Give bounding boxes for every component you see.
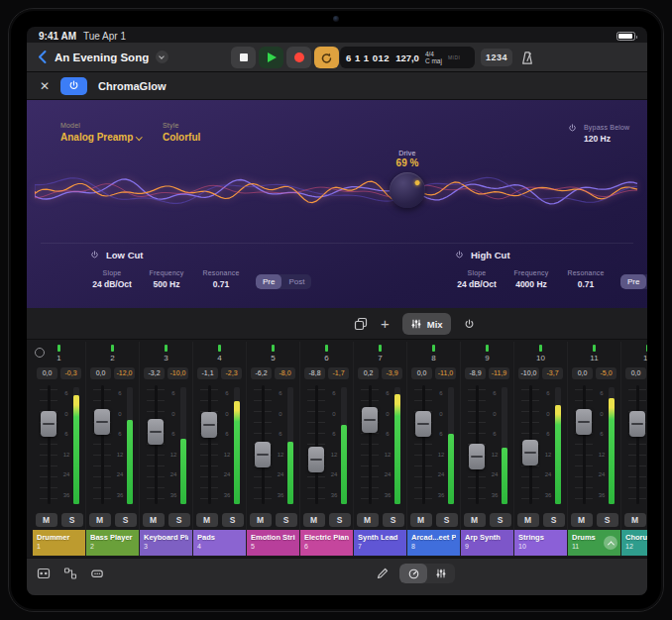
fader-handle[interactable] <box>201 412 217 438</box>
track-name-label[interactable]: Arcad...eet Pad8 <box>407 530 460 556</box>
solo-button[interactable]: S <box>222 513 244 527</box>
back-chevron-icon[interactable] <box>37 50 48 64</box>
pan-value[interactable]: -8,8 <box>304 367 325 379</box>
mixer-view-button[interactable] <box>427 564 455 583</box>
pan-value[interactable]: -10,0 <box>518 367 539 379</box>
record-button[interactable] <box>286 47 311 68</box>
low-cut-frequency-value[interactable]: 500 Hz <box>147 279 186 289</box>
fader-handle[interactable] <box>94 409 110 435</box>
solo-button[interactable]: S <box>436 513 458 527</box>
high-cut-post-button[interactable]: Post <box>646 274 647 289</box>
pan-value[interactable]: 0,2 <box>358 367 379 379</box>
mute-button[interactable]: M <box>357 513 379 527</box>
solo-button[interactable]: S <box>383 513 404 527</box>
pan-value[interactable]: -3,2 <box>144 367 165 379</box>
low-cut-pre-button[interactable]: Pre <box>256 274 281 289</box>
count-in-button[interactable]: 1234 <box>481 49 512 66</box>
tempo-display[interactable]: 127,0 <box>395 52 419 63</box>
volume-value[interactable]: -3,7 <box>542 367 563 379</box>
connector-button[interactable] <box>90 567 104 580</box>
low-cut-slope-value[interactable]: 24 dB/Oct <box>92 279 132 289</box>
volume-value[interactable]: -3,9 <box>382 367 402 379</box>
title-chevron-icon[interactable] <box>156 51 168 63</box>
solo-button[interactable]: S <box>490 513 511 527</box>
edit-button[interactable] <box>376 567 390 580</box>
volume-value[interactable]: -2,3 <box>221 367 242 379</box>
fader-handle[interactable] <box>255 442 271 467</box>
track-name-label[interactable]: Emotion Strings5 <box>247 530 299 556</box>
key-signature[interactable]: C maj <box>425 57 442 64</box>
track-name-label[interactable]: Strings10 <box>514 530 567 556</box>
drive-knob[interactable] <box>390 172 425 208</box>
track-name-label[interactable]: Synth Lead7 <box>354 530 406 556</box>
mute-button[interactable]: M <box>303 513 325 527</box>
fader-handle[interactable] <box>362 407 378 433</box>
mute-button[interactable]: M <box>624 513 646 527</box>
pan-value[interactable]: 0,0 <box>625 367 646 379</box>
solo-button[interactable]: S <box>115 513 137 527</box>
track-name-label[interactable]: Keyboard Player3 <box>140 530 192 556</box>
solo-button[interactable]: S <box>168 513 190 527</box>
high-cut-slope-value[interactable]: 24 dB/Oct <box>457 279 497 289</box>
stack-collapse-button[interactable] <box>604 536 617 550</box>
track-name-label[interactable]: Bass Player2 <box>86 530 139 556</box>
fader-handle[interactable] <box>148 419 164 445</box>
high-cut-pre-button[interactable]: Pre <box>620 274 646 289</box>
volume-value[interactable]: -11,0 <box>435 367 456 379</box>
high-cut-resonance-value[interactable]: 0.71 <box>566 279 606 289</box>
mix-button[interactable]: Mix <box>402 313 451 335</box>
plugin-power-button[interactable] <box>60 77 87 95</box>
mute-button[interactable]: M <box>571 513 593 527</box>
fader-handle[interactable] <box>41 411 56 437</box>
automation-view-button[interactable] <box>399 564 427 583</box>
high-cut-power-icon[interactable] <box>455 251 464 259</box>
pan-value[interactable]: -1,1 <box>197 367 218 379</box>
stop-button[interactable] <box>231 47 256 68</box>
solo-button[interactable]: S <box>61 513 83 527</box>
solo-button[interactable]: S <box>276 513 297 527</box>
low-cut-power-icon[interactable] <box>90 251 99 259</box>
close-icon[interactable]: ✕ <box>40 80 50 92</box>
model-select[interactable]: Analog Preamp <box>60 132 142 143</box>
low-cut-post-button[interactable]: Post <box>281 274 311 289</box>
bypass-value[interactable]: 120 Hz <box>584 134 629 144</box>
track-name-label[interactable]: Electric Piano6 <box>300 530 353 556</box>
playhead-position[interactable]: 6 1 1 012 <box>346 52 390 63</box>
metronome-button[interactable] <box>514 47 539 68</box>
solo-button[interactable]: S <box>329 513 351 527</box>
mute-button[interactable]: M <box>89 513 111 527</box>
track-name-label[interactable]: Pads4 <box>193 530 246 556</box>
pan-value[interactable]: 0,0 <box>572 367 593 379</box>
volume-value[interactable]: -0,3 <box>60 367 81 379</box>
fader-handle[interactable] <box>576 409 592 435</box>
pan-value[interactable]: 0,0 <box>37 367 57 379</box>
track-name-label[interactable]: Arp Synth9 <box>461 530 513 556</box>
volume-value[interactable]: -11,9 <box>489 367 509 379</box>
bypass-power-icon[interactable] <box>568 124 577 133</box>
pan-value[interactable]: -6,2 <box>251 367 272 379</box>
high-cut-frequency-value[interactable]: 4000 Hz <box>511 279 551 289</box>
solo-button[interactable]: S <box>597 513 618 527</box>
pan-value[interactable]: 0,0 <box>411 367 432 379</box>
volume-value[interactable]: -8,0 <box>275 367 295 379</box>
fader-handle[interactable] <box>629 411 645 437</box>
solo-button[interactable]: S <box>543 513 565 527</box>
play-button[interactable] <box>259 47 283 68</box>
add-track-button[interactable]: + <box>381 317 390 331</box>
fader-handle[interactable] <box>308 447 324 472</box>
mute-button[interactable]: M <box>464 513 486 527</box>
volume-value[interactable]: -1,7 <box>328 367 349 379</box>
style-select[interactable]: Colorful <box>163 132 200 143</box>
copy-button[interactable] <box>354 317 368 331</box>
track-name-label[interactable]: Drums11 <box>568 530 620 556</box>
song-title[interactable]: An Evening Song <box>55 52 149 63</box>
volume-value[interactable]: -5,0 <box>596 367 616 379</box>
lcd-display[interactable]: 6 1 1 012 127,0 4/4 C maj MIDI <box>340 47 475 68</box>
mixer-power-button[interactable] <box>464 319 475 330</box>
mute-button[interactable]: M <box>196 513 218 527</box>
mute-button[interactable]: M <box>143 513 165 527</box>
mute-button[interactable]: M <box>517 513 539 527</box>
cycle-button[interactable] <box>314 47 339 68</box>
low-cut-resonance-value[interactable]: 0.71 <box>201 279 241 289</box>
browser-button[interactable] <box>37 567 51 580</box>
